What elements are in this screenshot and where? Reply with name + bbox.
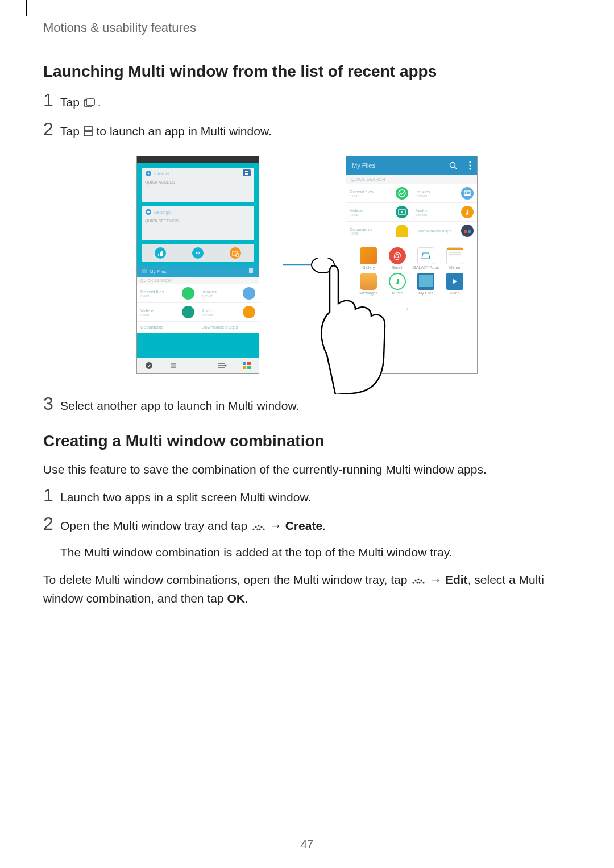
finger-pointing-icon xyxy=(310,258,401,394)
internet-icon xyxy=(145,170,152,177)
section1-heading: Launching Multi window from the list of … xyxy=(43,63,571,81)
arrow-text: → xyxy=(426,573,445,586)
step-3-text: Select another app to launch in Multi wi… xyxy=(60,394,299,415)
svg-point-52 xyxy=(419,582,421,584)
app-galaxy-apps[interactable]: GALAXY Apps xyxy=(413,247,439,269)
images-icon[interactable] xyxy=(461,187,474,200)
quick-search-label: QUICK SEARCH xyxy=(137,277,259,284)
s2-step-2-result: The Multi window combination is added at… xyxy=(60,543,452,562)
svg-point-47 xyxy=(263,528,264,530)
svg-point-50 xyxy=(417,582,418,584)
tray-dots-icon xyxy=(251,518,266,536)
svg-point-32 xyxy=(469,161,471,163)
quick-search-label: QUICK SEARCH xyxy=(346,175,477,184)
app-video[interactable]: Video xyxy=(442,273,468,295)
svg-point-48 xyxy=(413,582,414,584)
downloaded-icon[interactable] xyxy=(461,225,474,237)
tray-dots-icon xyxy=(411,571,426,589)
action-icon-3[interactable] xyxy=(230,247,241,259)
svg-line-31 xyxy=(455,167,457,169)
svg-rect-40 xyxy=(468,230,471,233)
recent-icon[interactable] xyxy=(396,187,408,200)
svg-point-33 xyxy=(469,165,471,167)
s2-step-1-text: Launch two apps in a split screen Multi … xyxy=(60,486,311,506)
svg-rect-26 xyxy=(243,366,246,369)
videos-icon[interactable] xyxy=(396,206,408,218)
svg-rect-16 xyxy=(249,271,253,273)
folder-icon xyxy=(142,269,147,273)
svg-rect-5 xyxy=(245,171,248,172)
settings-icon xyxy=(145,209,152,215)
delete-pre: To delete Multi window combinations, ope… xyxy=(43,573,410,586)
svg-rect-11 xyxy=(161,251,163,256)
svg-point-42 xyxy=(255,526,256,528)
svg-rect-2 xyxy=(84,127,92,131)
recent-icon xyxy=(182,287,194,300)
svg-rect-25 xyxy=(247,362,251,365)
step-2-number: 2 xyxy=(43,120,60,138)
app-myfiles[interactable]: My Files xyxy=(413,273,439,295)
svg-point-46 xyxy=(260,526,262,528)
s2-step-2-pre: Open the Multi window tray and tap xyxy=(60,519,251,532)
left-screen: Internet QUICK ACCESS Settings QUICK SET… xyxy=(136,156,259,374)
svg-point-53 xyxy=(421,580,422,582)
my-files-title: My Files xyxy=(352,162,375,169)
ok-label: OK xyxy=(227,592,245,605)
step-1-text-post: . xyxy=(98,95,101,109)
svg-rect-9 xyxy=(158,254,159,256)
svg-point-51 xyxy=(418,579,420,580)
s2-step-2-number: 2 xyxy=(43,514,60,533)
edit-label: Edit xyxy=(445,573,468,586)
svg-point-34 xyxy=(469,168,471,170)
arrow-text: → xyxy=(267,519,285,532)
multi-window-icon[interactable] xyxy=(248,268,254,274)
svg-point-44 xyxy=(258,525,259,526)
apps-icon[interactable] xyxy=(243,362,251,369)
toolbar-icon-1[interactable] xyxy=(145,362,153,369)
more-icon[interactable] xyxy=(469,161,471,170)
svg-rect-18 xyxy=(171,363,176,368)
svg-point-43 xyxy=(256,528,258,530)
illustration: Internet QUICK ACCESS Settings QUICK SET… xyxy=(43,156,571,374)
page-number: 47 xyxy=(0,838,614,851)
svg-point-49 xyxy=(415,580,417,582)
search-icon[interactable] xyxy=(449,161,457,169)
svg-point-45 xyxy=(259,528,260,530)
videos-icon xyxy=(182,306,194,318)
svg-point-30 xyxy=(450,163,455,168)
svg-rect-15 xyxy=(249,268,253,271)
toolbar-icon-2[interactable] xyxy=(169,362,177,369)
svg-point-37 xyxy=(466,192,467,193)
step-2-text-post: to launch an app in Multi window. xyxy=(93,124,272,138)
my-files-header: My Files xyxy=(137,265,259,277)
audio-icon[interactable] xyxy=(461,206,474,218)
step-3-number: 3 xyxy=(43,394,60,413)
s2-step-1-number: 1 xyxy=(43,486,60,504)
multi-window-icon xyxy=(84,123,93,142)
svg-rect-14 xyxy=(142,269,147,273)
app-memo[interactable]: Memo xyxy=(442,247,468,269)
svg-rect-6 xyxy=(245,173,248,175)
action-icon-2[interactable] xyxy=(192,247,204,259)
section2-heading: Creating a Multi window combination xyxy=(43,432,571,450)
step-1-number: 1 xyxy=(43,91,60,109)
images-icon xyxy=(243,287,255,300)
svg-rect-39 xyxy=(464,230,467,233)
step-2-text-pre: Tap xyxy=(60,124,83,138)
svg-point-41 xyxy=(252,528,254,530)
svg-point-54 xyxy=(423,582,425,584)
action-icon-1[interactable] xyxy=(155,247,166,259)
audio-icon xyxy=(243,306,255,318)
documents-icon[interactable] xyxy=(396,225,408,237)
svg-rect-1 xyxy=(86,99,94,105)
svg-rect-10 xyxy=(160,252,161,256)
svg-rect-3 xyxy=(84,132,92,136)
recent-apps-icon xyxy=(84,94,97,113)
create-label: Create xyxy=(285,519,322,532)
svg-rect-13 xyxy=(236,254,239,256)
toolbar-icon-3[interactable] xyxy=(218,362,227,369)
svg-point-8 xyxy=(147,211,150,213)
svg-rect-27 xyxy=(247,366,251,369)
step-1-text-pre: Tap xyxy=(60,95,83,109)
multi-window-icon[interactable] xyxy=(243,169,251,176)
